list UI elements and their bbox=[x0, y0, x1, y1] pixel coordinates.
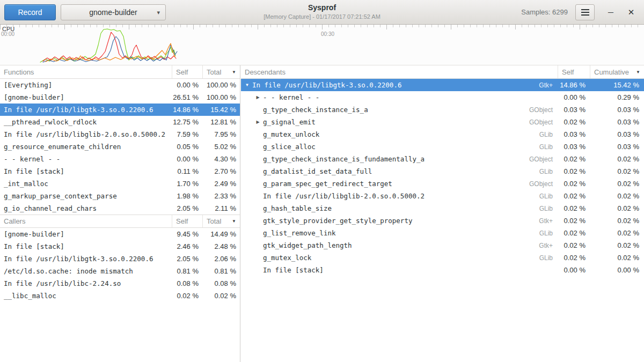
function-name: _int_malloc bbox=[0, 180, 172, 188]
table-row[interactable]: __libc_malloc0.02 %0.02 % bbox=[0, 290, 240, 302]
column-header-self[interactable]: Self bbox=[172, 215, 203, 227]
self-value: 0.11 % bbox=[172, 167, 203, 175]
self-value: 0.02 % bbox=[558, 254, 590, 262]
table-row[interactable]: In file /usr/lib/libglib-2.0.so.0.5000.2… bbox=[241, 190, 644, 202]
self-value: 14.86 % bbox=[172, 106, 203, 114]
total-value: 2.11 % bbox=[203, 204, 240, 212]
minimize-button[interactable]: ─ bbox=[603, 5, 618, 19]
table-row[interactable]: /etc/ld.so.cache: inode mismatch0.81 %0.… bbox=[0, 265, 240, 277]
table-row[interactable]: g_list_remove_linkGLib0.02 %0.02 % bbox=[241, 227, 644, 239]
sort-indicator-icon: ▼ bbox=[633, 70, 640, 75]
menu-button[interactable] bbox=[575, 4, 595, 20]
cumulative-value: 0.02 % bbox=[590, 254, 644, 262]
expander-icon[interactable]: ▶ bbox=[254, 116, 262, 128]
close-button[interactable]: ✕ bbox=[624, 5, 639, 19]
table-row[interactable]: In file /usr/lib/libglib-2.0.so.0.5000.2… bbox=[0, 128, 240, 141]
self-value: 0.02 % bbox=[558, 180, 590, 188]
table-row[interactable]: g_mutex_unlockGLib0.03 %0.03 % bbox=[241, 128, 644, 141]
cumulative-value: 0.02 % bbox=[590, 241, 644, 249]
table-row[interactable]: [gnome-builder]9.45 %14.49 % bbox=[0, 228, 240, 240]
library-badge: Gtk+ bbox=[539, 242, 558, 249]
cumulative-value: 0.00 % bbox=[590, 266, 644, 274]
function-name: g_slice_alloc bbox=[262, 143, 539, 151]
expander-icon[interactable]: ▶ bbox=[254, 91, 262, 104]
process-selector-dropdown[interactable]: gnome-builder ▾ bbox=[61, 4, 166, 20]
library-badge: Gtk+ bbox=[539, 82, 558, 89]
column-header-total[interactable]: Total ▼ bbox=[203, 215, 240, 227]
cpu-graph-area[interactable]: CPU 00:00 00:30 bbox=[0, 25, 644, 65]
cumulative-value: 0.02 % bbox=[590, 155, 644, 163]
table-row[interactable]: gtk_style_provider_get_style_propertyGtk… bbox=[241, 215, 644, 227]
table-row[interactable]: In file [stack]0.00 %0.00 % bbox=[241, 264, 644, 276]
function-name: g_resource_enumerate_children bbox=[0, 143, 172, 151]
process-selector-label: gnome-builder bbox=[89, 8, 137, 17]
function-name: /etc/ld.so.cache: inode mismatch bbox=[0, 267, 172, 275]
record-button[interactable]: Record bbox=[4, 4, 56, 20]
self-value: 0.00 % bbox=[558, 93, 590, 101]
table-row[interactable]: In file /usr/lib/libgtk-3.so.0.2200.614.… bbox=[0, 104, 240, 116]
column-header-functions[interactable]: Functions bbox=[0, 65, 172, 78]
function-name: g_signal_emit bbox=[262, 118, 529, 126]
cumulative-value: 15.42 % bbox=[590, 81, 644, 89]
table-row[interactable]: g_resource_enumerate_children0.05 %5.02 … bbox=[0, 141, 240, 153]
sort-indicator-icon: ▼ bbox=[229, 219, 236, 224]
callers-list: [gnome-builder]9.45 %14.49 %In file [sta… bbox=[0, 228, 240, 302]
total-value: 12.81 % bbox=[203, 118, 240, 126]
cumulative-value: 0.02 % bbox=[590, 217, 644, 225]
self-value: 0.00 % bbox=[172, 81, 203, 89]
table-row[interactable]: g_io_channel_read_chars2.05 %2.11 % bbox=[0, 202, 240, 215]
table-row[interactable]: In file /usr/lib/libgtk-3.so.0.2200.62.0… bbox=[0, 253, 240, 265]
table-row[interactable]: g_type_check_instance_is_aGObject0.03 %0… bbox=[241, 104, 644, 116]
self-value: 7.59 % bbox=[172, 130, 203, 138]
table-row[interactable]: g_slice_allocGLib0.03 %0.03 % bbox=[241, 141, 644, 153]
self-value: 0.02 % bbox=[172, 292, 203, 300]
table-row[interactable]: ▶g_signal_emitGObject0.02 %0.03 % bbox=[241, 116, 644, 128]
table-row[interactable]: [gnome-builder]26.51 %100.00 % bbox=[0, 91, 240, 104]
descendants-tree: ▼In file /usr/lib/libgtk-3.so.0.2200.6Gt… bbox=[241, 79, 644, 276]
table-row[interactable]: g_type_check_instance_is_fundamentally_a… bbox=[241, 153, 644, 165]
column-header-total[interactable]: Total ▼ bbox=[203, 65, 240, 78]
self-value: 0.00 % bbox=[558, 266, 590, 274]
table-row[interactable]: _int_malloc1.70 %2.49 % bbox=[0, 178, 240, 190]
table-row[interactable]: g_datalist_id_set_data_fullGLib0.02 %0.0… bbox=[241, 165, 644, 178]
library-badge: GObject bbox=[529, 156, 558, 163]
column-header-cumulative[interactable]: Cumulative ▼ bbox=[590, 65, 644, 78]
column-header-descendants[interactable]: Descendants bbox=[241, 65, 558, 78]
table-row[interactable]: - - kernel - -0.00 %4.30 % bbox=[0, 153, 240, 165]
table-row[interactable]: [Everything]0.00 %100.00 % bbox=[0, 79, 240, 91]
column-header-self[interactable]: Self bbox=[172, 65, 203, 78]
expander-icon[interactable]: ▼ bbox=[243, 79, 251, 91]
function-name: g_list_remove_link bbox=[262, 229, 539, 237]
table-row[interactable]: ▶- - kernel - -0.00 %0.29 % bbox=[241, 91, 644, 104]
total-value: 100.00 % bbox=[203, 81, 240, 89]
self-value: 0.81 % bbox=[172, 267, 203, 275]
table-row[interactable]: g_mutex_lockGLib0.02 %0.02 % bbox=[241, 252, 644, 264]
cumulative-value: 0.02 % bbox=[590, 167, 644, 175]
samples-count: Samples: 6299 bbox=[521, 8, 568, 16]
table-row[interactable]: ▼In file /usr/lib/libgtk-3.so.0.2200.6Gt… bbox=[241, 79, 644, 91]
table-row[interactable]: gtk_widget_path_lengthGtk+0.02 %0.02 % bbox=[241, 239, 644, 252]
self-value: 0.02 % bbox=[558, 118, 590, 126]
function-name: In file /usr/lib/libc-2.24.so bbox=[0, 279, 172, 287]
column-header-self[interactable]: Self bbox=[558, 65, 590, 78]
total-value: 2.06 % bbox=[203, 255, 240, 263]
cumulative-value: 0.03 % bbox=[590, 143, 644, 151]
column-header-callers[interactable]: Callers bbox=[0, 215, 172, 227]
functions-panel: Functions Self Total ▼ [Everything]0.00 … bbox=[0, 65, 240, 362]
self-value: 0.02 % bbox=[558, 167, 590, 175]
library-badge: GLib bbox=[539, 205, 558, 212]
table-row[interactable]: g_param_spec_get_redirect_targetGObject0… bbox=[241, 178, 644, 190]
self-value: 14.86 % bbox=[558, 81, 590, 89]
table-row[interactable]: g_hash_table_sizeGLib0.02 %0.02 % bbox=[241, 202, 644, 215]
functions-header-row: Functions Self Total ▼ bbox=[0, 65, 240, 79]
table-row[interactable]: g_markup_parse_context_parse1.98 %2.33 % bbox=[0, 190, 240, 202]
window-titles: Sysprof [Memory Capture] - 01/17/2017 07… bbox=[161, 3, 483, 20]
function-name: In file /usr/lib/libgtk-3.so.0.2200.6 bbox=[0, 255, 172, 263]
menu-icon bbox=[581, 9, 589, 16]
time-label-start: 00:00 bbox=[1, 31, 14, 37]
table-row[interactable]: In file /usr/lib/libc-2.24.so0.08 %0.08 … bbox=[0, 277, 240, 290]
table-row[interactable]: __pthread_rwlock_rdlock12.75 %12.81 % bbox=[0, 116, 240, 128]
function-name: In file /usr/lib/libglib-2.0.so.0.5000.2 bbox=[0, 130, 172, 138]
table-row[interactable]: In file [stack]2.46 %2.48 % bbox=[0, 240, 240, 253]
table-row[interactable]: In file [stack]0.11 %2.70 % bbox=[0, 165, 240, 178]
